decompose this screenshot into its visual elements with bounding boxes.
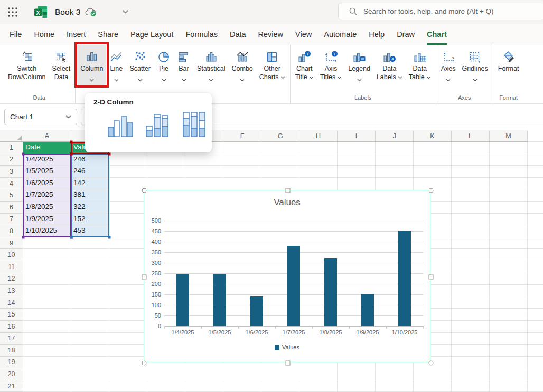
cell[interactable]	[452, 225, 490, 237]
cell[interactable]	[299, 380, 338, 392]
cell[interactable]	[452, 368, 490, 380]
cell[interactable]	[109, 297, 147, 309]
cell[interactable]	[452, 166, 490, 178]
cell[interactable]	[490, 297, 528, 309]
cell-A1[interactable]: Date	[23, 142, 71, 154]
cell[interactable]	[452, 142, 490, 154]
ribbon-format-button[interactable]: Format	[495, 45, 522, 74]
cell[interactable]	[490, 261, 528, 273]
cell[interactable]	[185, 178, 223, 190]
cell[interactable]	[223, 154, 261, 166]
cell[interactable]	[452, 345, 490, 357]
cell-B3[interactable]: 246	[71, 166, 109, 178]
search-input[interactable]	[363, 7, 522, 15]
column-header-A[interactable]: A	[23, 130, 71, 142]
cell-B8[interactable]: 453	[71, 225, 109, 237]
cell[interactable]	[338, 142, 376, 154]
cell[interactable]	[147, 166, 185, 178]
ribbon-other-charts-button[interactable]: OtherCharts	[256, 45, 288, 82]
cell[interactable]	[376, 142, 414, 154]
ribbon-statistical-button[interactable]: Statistical	[194, 45, 229, 85]
cell-A7[interactable]: 1/9/2025	[23, 214, 71, 226]
row-header-6[interactable]: 6	[0, 202, 23, 214]
select-all-corner[interactable]	[0, 130, 23, 142]
row-header-13[interactable]: 13	[0, 285, 23, 297]
cell[interactable]	[109, 249, 147, 261]
row-header-1[interactable]: 1	[0, 142, 23, 154]
row-header-20[interactable]: 20	[0, 368, 23, 380]
cell[interactable]	[490, 321, 528, 333]
column-header-K[interactable]: K	[414, 130, 452, 142]
cell[interactable]	[23, 249, 71, 261]
row-header-7[interactable]: 7	[0, 214, 23, 226]
selection-handle[interactable]	[142, 361, 147, 366]
cell[interactable]	[490, 380, 528, 392]
cell[interactable]	[223, 368, 261, 380]
chart-bar[interactable]	[213, 274, 226, 326]
cell[interactable]	[23, 261, 71, 273]
document-title[interactable]: Book 3	[55, 7, 80, 17]
cell[interactable]	[109, 178, 147, 190]
cell[interactable]	[147, 154, 185, 166]
chart-bar[interactable]	[324, 258, 337, 326]
menu-tab-file[interactable]: File	[10, 24, 22, 45]
cell[interactable]	[490, 214, 528, 226]
cell-B7[interactable]: 152	[71, 214, 109, 226]
cell[interactable]	[261, 380, 299, 392]
cell[interactable]	[71, 309, 109, 321]
cell[interactable]	[490, 225, 528, 237]
ribbon-axis-titles-button[interactable]: TAxisTitles	[317, 45, 345, 82]
cell[interactable]	[23, 333, 71, 345]
ribbon-chart-title-button[interactable]: TChartTitle	[292, 45, 317, 82]
cell[interactable]	[490, 178, 528, 190]
cell[interactable]	[490, 166, 528, 178]
cell[interactable]	[452, 261, 490, 273]
cell[interactable]	[452, 249, 490, 261]
cell[interactable]	[414, 368, 452, 380]
cell[interactable]	[261, 178, 299, 190]
cell[interactable]	[71, 249, 109, 261]
row-header-18[interactable]: 18	[0, 345, 23, 357]
row-header-2[interactable]: 2	[0, 154, 23, 166]
column-header-I[interactable]: I	[338, 130, 376, 142]
cell[interactable]	[147, 368, 185, 380]
cell[interactable]	[109, 333, 147, 345]
cell[interactable]	[414, 142, 452, 154]
embedded-chart[interactable]: Values0501001502002503003504004505001/4/…	[144, 190, 430, 362]
cell[interactable]	[338, 380, 376, 392]
column-header-F[interactable]: F	[223, 130, 261, 142]
ribbon-scatter-button[interactable]: Scatter	[126, 45, 154, 85]
cell[interactable]	[452, 178, 490, 190]
stacked-100-column-icon[interactable]	[180, 110, 210, 140]
chart-bar[interactable]	[250, 296, 263, 326]
cell[interactable]	[23, 297, 71, 309]
title-dropdown-chevron-icon[interactable]	[123, 10, 128, 14]
cell[interactable]	[71, 285, 109, 297]
row-header-5[interactable]: 5	[0, 189, 23, 202]
cell[interactable]	[299, 154, 338, 166]
column-header-G[interactable]: G	[261, 130, 299, 142]
cell[interactable]	[147, 178, 185, 190]
cell[interactable]	[71, 261, 109, 273]
cell[interactable]	[23, 380, 71, 392]
selection-handle[interactable]	[429, 361, 434, 366]
menu-tab-data[interactable]: Data	[230, 24, 246, 45]
cell[interactable]	[452, 309, 490, 321]
menu-tab-formulas[interactable]: Formulas	[185, 24, 217, 45]
menu-tab-chart[interactable]: Chart	[427, 24, 447, 45]
selection-handle[interactable]	[429, 274, 434, 279]
menu-tab-draw[interactable]: Draw	[397, 24, 415, 45]
cell[interactable]	[338, 368, 376, 380]
ribbon-gridlines-button[interactable]: Gridlines	[458, 45, 491, 85]
selection-handle[interactable]	[142, 274, 147, 279]
ribbon-column-button[interactable]: Column	[77, 45, 106, 85]
cell[interactable]	[109, 380, 147, 392]
cell[interactable]	[71, 321, 109, 333]
cell[interactable]	[109, 261, 147, 273]
row-header-4[interactable]: 4	[0, 178, 23, 190]
column-header-J[interactable]: J	[376, 130, 414, 142]
menu-tab-view[interactable]: View	[295, 24, 312, 45]
cell[interactable]	[147, 380, 185, 392]
cell[interactable]	[23, 273, 71, 285]
cell[interactable]	[338, 178, 376, 190]
